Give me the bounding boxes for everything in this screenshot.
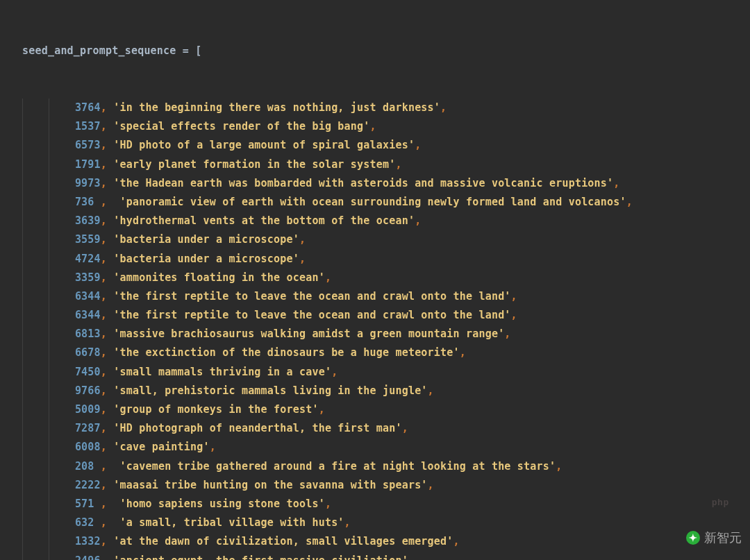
code-line: 736 , 'panoramic view of earth with ocea… xyxy=(0,193,750,212)
prompt-string: 'maasai tribe hunting on the savanna wit… xyxy=(113,479,427,491)
code-line: 2222, 'maasai tribe hunting on the savan… xyxy=(0,476,750,495)
comma: , xyxy=(428,479,434,491)
comma: , xyxy=(402,422,408,434)
seed-number: 6573 xyxy=(75,139,101,151)
comma: , xyxy=(556,460,562,473)
comma: , xyxy=(613,177,619,189)
seed-number: 6344 xyxy=(75,309,101,321)
seed-number: 632 xyxy=(75,516,101,529)
code-line-header: seed_and_prompt_sequence = [ xyxy=(0,42,750,60)
prompt-string: 'the first reptile to leave the ocean an… xyxy=(113,309,510,321)
prompt-string: 'ammonites floating in the ocean' xyxy=(113,271,325,284)
prompt-string: 'bacteria under a microscope' xyxy=(113,233,299,246)
prompt-string: 'cave painting' xyxy=(113,441,209,453)
comma: , xyxy=(101,290,107,303)
comma: , xyxy=(453,535,460,548)
prompt-string: 'group of monkeys in the forest' xyxy=(113,403,318,416)
code-line: 208 , 'cavemen tribe gathered around a f… xyxy=(0,457,750,476)
prompt-string: 'hydrothermal vents at the bottom of the… xyxy=(113,214,415,227)
prompt-string: 'homo sapiens using stone tools' xyxy=(120,498,325,510)
prompt-string: 'HD photo of a large amount of spiral ga… xyxy=(113,139,415,151)
comma: , xyxy=(101,498,107,510)
code-line: 5009, 'group of monkeys in the forest', xyxy=(0,400,750,419)
comma: , xyxy=(319,403,325,416)
comma: , xyxy=(331,366,338,378)
comma: , xyxy=(101,309,107,321)
comma: , xyxy=(101,441,107,453)
seed-number: 3639 xyxy=(75,214,101,227)
comma: , xyxy=(101,328,107,340)
code-line: 6678, 'the exctinction of the dinosaurs … xyxy=(0,343,750,362)
seed-number: 9973 xyxy=(75,177,101,189)
comma: , xyxy=(440,101,447,114)
seed-number: 1791 xyxy=(75,158,101,171)
prompt-string: 'a small, tribal village with huts' xyxy=(120,516,344,529)
seed-number: 571 xyxy=(75,498,101,510)
code-line: 3559, 'bacteria under a microscope', xyxy=(0,230,750,249)
comma: , xyxy=(101,535,107,548)
comma: , xyxy=(210,441,216,453)
comma: , xyxy=(101,271,107,284)
seed-number: 4724 xyxy=(75,253,101,265)
comma: , xyxy=(101,554,107,561)
prompt-string: 'cavemen tribe gathered around a fire at… xyxy=(120,460,556,473)
comma: , xyxy=(428,384,434,397)
seed-number: 6813 xyxy=(75,328,101,340)
comma: , xyxy=(101,233,107,246)
code-line: 1332, 'at the dawn of civilization, smal… xyxy=(0,532,750,551)
seed-number: 5009 xyxy=(75,403,101,416)
seed-number: 6008 xyxy=(75,441,101,453)
comma: , xyxy=(325,498,331,510)
code-line: 6813, 'massive brachiosaurus walking ami… xyxy=(0,325,750,343)
comma: , xyxy=(395,158,401,171)
comma: , xyxy=(626,196,633,208)
seed-number: 736 xyxy=(75,196,101,208)
code-line: 6008, 'cave painting', xyxy=(0,438,750,457)
code-line: 3764, 'in the beginning there was nothin… xyxy=(0,99,750,117)
code-editor[interactable]: seed_and_prompt_sequence = [ 3764, 'in t… xyxy=(0,0,750,560)
code-line: 2496, 'ancient egypt, the first massive … xyxy=(0,552,750,561)
comma: , xyxy=(101,460,107,473)
seed-number: 3764 xyxy=(75,101,101,114)
prompt-string: 'small mammals thriving in a cave' xyxy=(113,366,331,378)
comma: , xyxy=(101,346,107,359)
prompt-string: 'bacteria under a microscope' xyxy=(113,253,299,265)
seed-number: 1537 xyxy=(75,120,101,133)
comma: , xyxy=(504,328,510,340)
code-line: 1791, 'early planet formation in the sol… xyxy=(0,155,750,174)
comma: , xyxy=(101,120,107,133)
code-line: 6344, 'the first reptile to leave the oc… xyxy=(0,306,750,325)
seed-number: 1332 xyxy=(75,535,101,548)
comma: , xyxy=(511,290,517,303)
comma: , xyxy=(511,309,517,321)
seed-number: 2222 xyxy=(75,479,101,491)
seed-number: 7450 xyxy=(75,366,101,378)
prompt-string: 'HD photograph of neanderthal, the first… xyxy=(113,422,401,434)
seed-number: 3359 xyxy=(75,271,101,284)
prompt-string: 'the Hadean earth was bombarded with ast… xyxy=(113,177,613,189)
prompt-string: 'panoramic view of earth with ocean surr… xyxy=(120,196,626,208)
comma: , xyxy=(101,366,107,378)
comma: , xyxy=(408,554,415,561)
comma: , xyxy=(370,120,376,133)
prompt-string: 'the first reptile to leave the ocean an… xyxy=(113,290,510,303)
seed-number: 6344 xyxy=(75,290,101,303)
comma: , xyxy=(101,196,107,208)
comma: , xyxy=(101,139,107,151)
code-line: 6573, 'HD photo of a large amount of spi… xyxy=(0,136,750,155)
prompt-string: 'small, prehistoric mammals living in th… xyxy=(113,384,427,397)
comma: , xyxy=(101,479,107,491)
code-line: 571 , 'homo sapiens using stone tools', xyxy=(0,495,750,514)
prompt-string: 'in the beginning there was nothing, jus… xyxy=(113,101,440,114)
comma: , xyxy=(460,346,466,359)
comma: , xyxy=(325,271,331,284)
comma: , xyxy=(101,101,107,114)
prompt-string: 'the exctinction of the dinosaurs be a h… xyxy=(113,346,459,359)
comma: , xyxy=(299,253,306,265)
code-line: 6344, 'the first reptile to leave the oc… xyxy=(0,287,750,306)
code-line: 9766, 'small, prehistoric mammals living… xyxy=(0,382,750,400)
code-line: 1537, 'special effects render of the big… xyxy=(0,117,750,136)
comma: , xyxy=(344,516,351,529)
seed-number: 7287 xyxy=(75,422,101,434)
seed-number: 208 xyxy=(75,460,101,473)
